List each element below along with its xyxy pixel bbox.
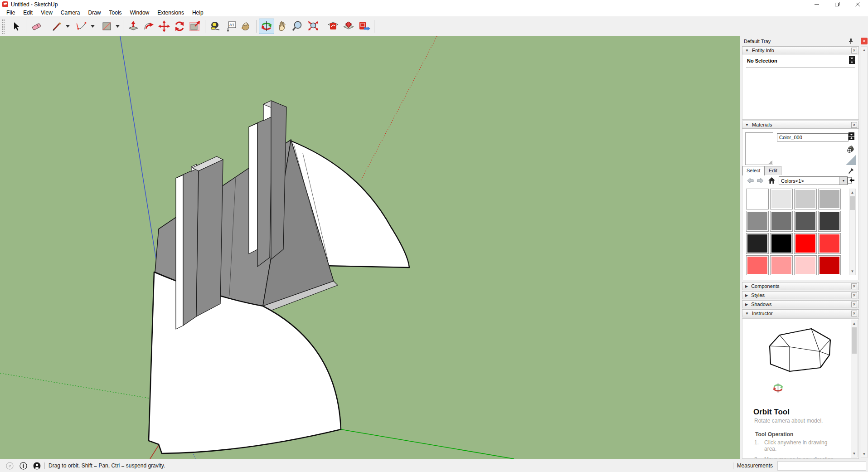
ruby-console-button[interactable] <box>341 19 356 34</box>
color-swatch[interactable] <box>794 211 817 232</box>
offset-tool-button[interactable] <box>187 19 203 34</box>
entity-details-toggle-icon[interactable] <box>849 56 855 64</box>
materials-header[interactable]: ▼ Materials × <box>742 121 859 129</box>
rectangle-tool-button[interactable] <box>99 19 115 34</box>
color-swatch[interactable] <box>770 189 793 209</box>
measurements-input[interactable] <box>777 461 866 471</box>
color-grid-scrollbar[interactable]: ▲ ▼ <box>849 189 856 275</box>
entity-info-header[interactable]: ▼ Entity Info × <box>742 46 859 54</box>
line-tool-button[interactable] <box>49 19 65 34</box>
close-button[interactable] <box>848 0 868 9</box>
svg-text:A1: A1 <box>229 23 234 27</box>
menu-extensions[interactable]: Extensions <box>153 9 188 16</box>
tray-scroll-up-icon[interactable]: ▲ <box>861 47 867 54</box>
color-swatch[interactable] <box>770 233 793 254</box>
color-swatch[interactable] <box>818 211 841 232</box>
menu-draw[interactable]: Draw <box>84 9 105 16</box>
arc-tool-dropdown[interactable] <box>90 19 96 34</box>
pin-icon[interactable] <box>848 38 853 44</box>
toolbar-grip[interactable] <box>1 19 5 34</box>
menu-file[interactable]: File <box>2 9 19 16</box>
eraser-tool-button[interactable] <box>29 19 44 34</box>
rotate-tool-button[interactable] <box>172 19 187 34</box>
line-tool-dropdown[interactable] <box>65 19 71 34</box>
tray-scrollbar[interactable]: ▲ ▼ <box>861 46 868 458</box>
scroll-up-icon[interactable]: ▲ <box>849 189 855 196</box>
back-arrow-icon[interactable] <box>747 178 754 184</box>
scroll-up-icon[interactable]: ▲ <box>851 320 857 327</box>
forward-arrow-icon[interactable] <box>757 178 764 184</box>
tab-select[interactable]: Select <box>742 166 765 175</box>
menu-edit[interactable]: Edit <box>19 9 37 16</box>
components-header[interactable]: ▶ Components × <box>742 282 859 290</box>
color-swatch[interactable] <box>818 233 841 254</box>
color-swatch[interactable] <box>770 211 793 232</box>
color-swatch[interactable] <box>794 189 817 209</box>
scroll-thumb[interactable] <box>852 327 857 354</box>
color-swatch[interactable] <box>818 255 841 275</box>
pan-tool-button[interactable] <box>274 19 290 34</box>
color-swatch[interactable] <box>794 255 817 275</box>
restore-button[interactable] <box>827 0 848 9</box>
shadows-close-button[interactable]: × <box>851 302 857 307</box>
menu-help[interactable]: Help <box>188 9 208 16</box>
info-status-icon[interactable] <box>19 462 27 470</box>
entity-info-close-button[interactable]: × <box>851 48 857 54</box>
zoom-tool-button[interactable] <box>290 19 305 34</box>
color-swatch[interactable] <box>746 189 769 209</box>
arc-tool-button[interactable] <box>74 19 90 34</box>
text-tool-button[interactable]: A1 <box>223 19 238 34</box>
minimize-button[interactable] <box>807 0 827 9</box>
scroll-down-icon[interactable]: ▼ <box>851 450 857 457</box>
dropdown-arrow-icon[interactable]: ▼ <box>839 177 847 185</box>
color-swatch[interactable] <box>794 233 817 254</box>
push-pull-tool-button[interactable] <box>126 19 141 34</box>
menu-camera[interactable]: Camera <box>57 9 84 16</box>
color-swatch[interactable] <box>818 189 841 209</box>
paint-bucket-tool-button[interactable] <box>238 19 254 34</box>
home-icon[interactable] <box>768 177 776 184</box>
zoom-extents-button[interactable] <box>305 19 320 34</box>
material-details-toggle-icon[interactable] <box>849 132 854 140</box>
rectangle-tool-dropdown[interactable] <box>115 19 121 34</box>
eyedropper-icon[interactable] <box>848 167 855 175</box>
scroll-thumb[interactable] <box>850 196 855 210</box>
tab-edit[interactable]: Edit <box>765 166 781 175</box>
tray-close-button[interactable]: × <box>861 38 868 44</box>
account-status-icon[interactable] <box>33 462 41 470</box>
extension-warehouse-button[interactable] <box>325 19 341 34</box>
scroll-down-icon[interactable]: ▼ <box>849 268 855 275</box>
instructor-close-button[interactable]: × <box>851 311 857 316</box>
secondary-pane-arrow-icon[interactable] <box>847 176 855 185</box>
materials-close-button[interactable]: × <box>851 122 857 128</box>
follow-me-icon <box>143 20 155 32</box>
material-preview-swatch[interactable] <box>745 132 773 165</box>
material-collection-dropdown[interactable]: Colors<1> ▼ <box>779 176 848 185</box>
menu-tools[interactable]: Tools <box>105 9 126 16</box>
color-swatch[interactable] <box>746 211 769 232</box>
menu-window[interactable]: Window <box>126 9 154 16</box>
orbit-tool-button[interactable] <box>259 19 274 34</box>
move-tool-button[interactable] <box>156 19 172 34</box>
create-material-icon[interactable] <box>847 144 856 153</box>
follow-me-tool-button[interactable] <box>141 19 156 34</box>
instructor-header[interactable]: ▼ Instructor × <box>742 309 859 317</box>
color-swatch[interactable] <box>746 255 769 275</box>
tray-scroll-down-icon[interactable]: ▼ <box>861 451 867 457</box>
color-swatch[interactable] <box>770 255 793 275</box>
send-to-layout-button[interactable] <box>356 19 372 34</box>
sample-paint-icon[interactable] <box>846 155 856 165</box>
viewport-canvas[interactable] <box>0 36 740 459</box>
extension-warehouse-icon <box>327 20 339 32</box>
select-tool-button[interactable] <box>8 19 24 34</box>
instructor-scrollbar[interactable]: ▲ ▼ <box>851 320 858 457</box>
menu-view[interactable]: View <box>37 9 57 16</box>
shadows-header[interactable]: ▶ Shadows × <box>742 300 859 308</box>
tape-measure-tool-button[interactable] <box>208 19 223 34</box>
styles-close-button[interactable]: × <box>851 292 857 298</box>
components-close-button[interactable]: × <box>851 283 857 289</box>
geolocation-status-icon[interactable] <box>6 462 14 470</box>
material-name-input[interactable] <box>777 133 849 141</box>
color-swatch[interactable] <box>746 233 769 254</box>
styles-header[interactable]: ▶ Styles × <box>742 291 859 299</box>
